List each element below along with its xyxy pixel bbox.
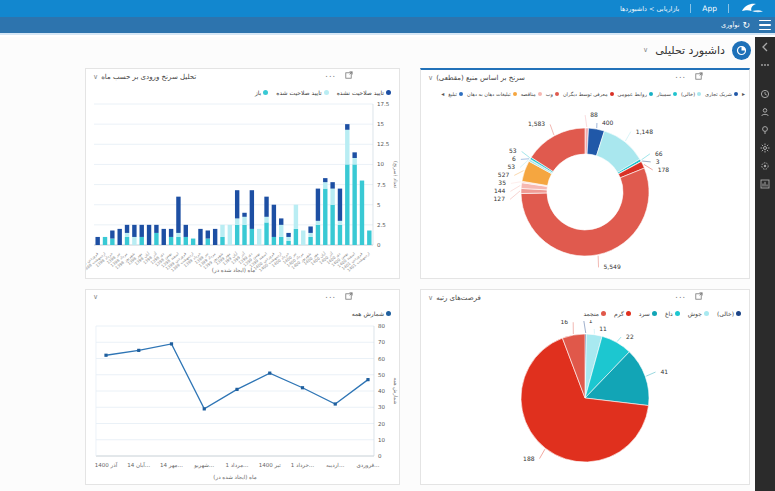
app-name[interactable]: App [702, 4, 717, 13]
legend-label: (خالی) [717, 310, 734, 317]
chevron-down-icon[interactable]: ∨ [93, 74, 98, 81]
admin-icon[interactable] [760, 161, 770, 171]
user-icon[interactable] [760, 107, 770, 117]
legend-dot-icon [610, 92, 614, 96]
legend-item: وب [546, 91, 559, 97]
svg-text:شمارش همه: شمارش همه [392, 378, 399, 405]
svg-text:3: 3 [656, 158, 660, 165]
svg-text:اردیبه…: اردیبه… [326, 462, 344, 469]
legend-dot-icon [626, 311, 631, 316]
legend-item: داغ [665, 310, 680, 317]
svg-text:10: 10 [377, 161, 384, 167]
svg-text:1,583: 1,583 [528, 120, 545, 127]
hamburger-icon[interactable] [759, 19, 771, 31]
pie-chart[interactable]: 111224116188 [421, 320, 749, 484]
legend-dot-icon [513, 92, 517, 96]
bar-chart[interactable]: 02.557.51012.51517.5فروردین 1398اردیبهشت… [86, 99, 399, 278]
settings-icon[interactable] [760, 143, 770, 153]
pie-slices[interactable] [521, 334, 649, 462]
svg-text:6: 6 [512, 155, 516, 162]
bird-logo [740, 2, 770, 15]
trend-line[interactable] [106, 344, 368, 409]
svg-text:آذر 1400: آذر 1400 [95, 461, 118, 469]
expand-icon[interactable] [695, 292, 703, 300]
svg-text:1,148: 1,148 [636, 128, 653, 135]
svg-text:2.5: 2.5 [377, 222, 386, 228]
more-icon[interactable] [760, 60, 770, 70]
page-title: داشبورد تحلیلی [655, 44, 725, 57]
donut-chart[interactable]: 884001,1486631785,5491,58353653527351441… [421, 100, 749, 279]
refresh-button[interactable]: ↻ نوآوری [721, 21, 750, 30]
dashboard-content: داشبورد تحلیلی ∨ ∨ تحلیل سرنخ ورودی بر ح… [0, 37, 755, 491]
svg-text:0: 0 [377, 242, 381, 248]
legend-item: تایید صلاحیت نشده [337, 89, 391, 96]
svg-text:مهر 14…: مهر 14… [160, 462, 183, 469]
pin-icon[interactable] [760, 125, 770, 135]
legend-next-icon[interactable]: ▸ [742, 90, 745, 97]
legend-label: معرفی توسط دیگران [563, 91, 608, 97]
svg-text:30: 30 [378, 404, 385, 410]
svg-text:15: 15 [377, 121, 384, 127]
chevron-down-icon[interactable]: ∨ [428, 295, 433, 302]
divider [728, 4, 729, 13]
charts-icon[interactable] [760, 179, 770, 189]
legend-item: جوش [688, 310, 709, 317]
legend-item: مناقصه [521, 91, 542, 97]
svg-text:527: 527 [498, 171, 510, 178]
legend-label: مناقصه [521, 91, 536, 97]
svg-text:144: 144 [494, 187, 506, 194]
expand-icon[interactable] [345, 71, 353, 79]
more-commands-icon[interactable]: ... [325, 71, 336, 79]
svg-text:5,549: 5,549 [604, 263, 621, 270]
recent-icon[interactable] [760, 89, 770, 99]
donut-segments[interactable] [521, 128, 649, 256]
panel-header: ∨ تحلیل سرنخ ورودی بر حسب ماه ... [86, 69, 399, 86]
panel-header: ∨ فرصت‌های رتبه ... [421, 290, 749, 307]
more-commands-icon[interactable]: ... [675, 72, 686, 80]
legend-item: منجمد [583, 310, 606, 317]
svg-text:53: 53 [509, 147, 517, 154]
more-commands-icon[interactable]: ... [325, 292, 336, 300]
line-plot: 01020304050607080 [96, 323, 385, 459]
svg-text:70: 70 [378, 339, 385, 345]
breadcrumb[interactable]: بازاریابی > داشبوردها [620, 5, 679, 13]
legend-item: گرم [614, 310, 631, 317]
divider [690, 4, 691, 13]
svg-text:12.5: 12.5 [377, 141, 390, 147]
command-bar: ↻ نوآوری [0, 17, 775, 35]
legend-item: تبلیغات دهان به دهان [467, 91, 517, 97]
legend-item: سرد [639, 310, 657, 317]
legend-item: (خالی) [681, 91, 701, 97]
line-chart[interactable]: 01020304050607080آذر 1400آبان 14…مهر 14…… [86, 320, 399, 484]
legend-label: باز [255, 89, 261, 96]
legend-prev-icon[interactable]: ◂ [441, 90, 444, 97]
chevron-down-icon[interactable]: ∨ [428, 75, 433, 82]
svg-text:50: 50 [378, 372, 385, 378]
svg-text:60: 60 [378, 356, 385, 362]
svg-text:17.5: 17.5 [377, 101, 390, 107]
legend-dot-icon [538, 92, 542, 96]
panel-title: ∨ تحلیل سرنخ ورودی بر حسب ماه [93, 73, 196, 81]
legend-item: سمینار [657, 91, 677, 97]
legend-dot-icon [386, 90, 391, 95]
legend-label: تایید صلاحیت شده [276, 89, 321, 96]
panel-leads-by-source: ∨ سرنخ بر اساس منبع (مقطعی) ... ▸شریک تج… [420, 68, 750, 279]
legend-dot-icon [734, 92, 738, 96]
svg-text:35: 35 [498, 179, 506, 186]
legend-item: تبلیغ [448, 91, 463, 97]
svg-text:تعداد (سرنخ): تعداد (سرنخ) [392, 161, 399, 189]
more-commands-icon[interactable]: ... [675, 292, 686, 300]
svg-text:11: 11 [599, 325, 607, 332]
chevron-down-icon[interactable]: ∨ [643, 47, 648, 54]
collapse-icon[interactable] [760, 42, 770, 52]
expand-icon[interactable] [345, 292, 353, 300]
legend-item: شمارش همه [352, 310, 391, 317]
top-navbar: App بازاریابی > داشبوردها [0, 0, 775, 17]
legend-item: (خالی) [717, 310, 741, 317]
legend-label: سرد [639, 310, 650, 317]
expand-icon[interactable] [695, 72, 703, 80]
legend-label: شمارش همه [352, 310, 384, 317]
chevron-down-icon[interactable]: ∨ [93, 294, 98, 301]
legend-label: سمینار [657, 91, 671, 97]
svg-text:16: 16 [561, 320, 569, 325]
